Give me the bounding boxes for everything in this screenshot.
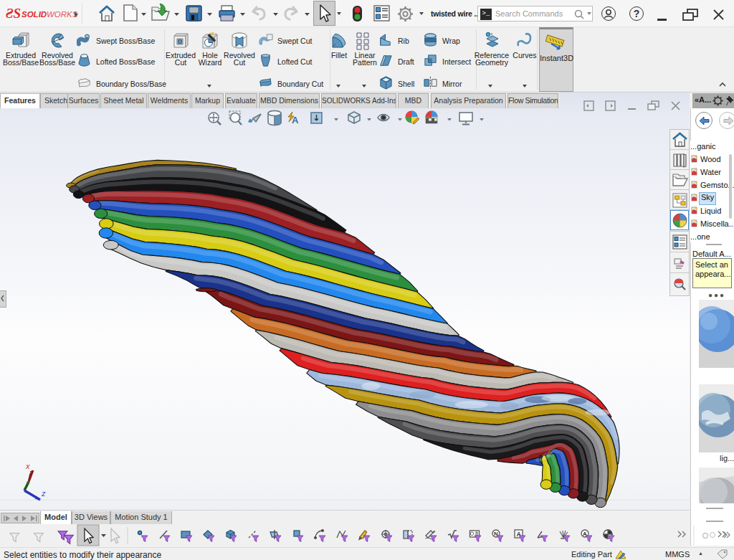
svg-text:z: z: [41, 489, 46, 498]
svg-text:SOLID: SOLID: [22, 10, 47, 19]
svg-text:x: x: [25, 462, 30, 470]
svg-text:WORKS: WORKS: [47, 10, 77, 19]
svg-text:A: A: [292, 115, 299, 125]
svg-text:ƧS: ƧS: [6, 6, 21, 21]
